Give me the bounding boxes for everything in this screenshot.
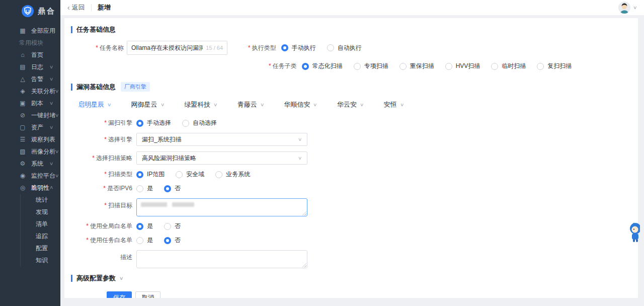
chevron-down-icon: ∨ xyxy=(49,185,54,190)
radio-option[interactable]: 否 xyxy=(164,236,181,245)
radio-option[interactable]: HVV扫描 xyxy=(445,62,480,70)
radio-option[interactable]: 自动选择 xyxy=(182,119,217,127)
sidebar-subitem[interactable]: 知识 xyxy=(21,254,60,266)
sidebar-subitem[interactable]: 配置 xyxy=(21,242,60,254)
user-avatar[interactable] xyxy=(618,2,630,14)
radio-option[interactable]: 安全域 xyxy=(176,170,204,179)
grid-icon: ▦ xyxy=(19,27,26,34)
content: 任务基础信息 任务名称 Ollama存在未授权访问漏洞 15 / 64 执行类型 xyxy=(60,15,644,306)
policy-select-row: 选择扫描策略 高风险漏洞扫描策略 ∨ xyxy=(71,151,628,165)
scan-target-textarea[interactable] xyxy=(136,198,307,216)
sidebar-item[interactable]: △ 告警 ∨ xyxy=(0,73,60,85)
chevron-down-icon: ∨ xyxy=(49,76,54,82)
radio-option[interactable]: 自动执行 xyxy=(327,44,362,52)
page-title: 新增 xyxy=(98,3,111,12)
radio-option[interactable]: 重保扫描 xyxy=(399,62,434,70)
radio-option[interactable]: 复扫扫描 xyxy=(537,62,572,70)
logo-shield-icon xyxy=(21,5,34,18)
chevron-down-icon: ∨ xyxy=(55,149,59,154)
radio-icon xyxy=(136,185,143,192)
chevron-down-icon: ∨ xyxy=(298,156,302,161)
analysis-icon: ◈ xyxy=(19,88,26,95)
radio-option[interactable]: 常态化扫描 xyxy=(302,62,343,70)
radio-option[interactable]: 专项扫描 xyxy=(354,62,388,70)
sidebar-submenu: 统计 发现 清单 追踪 配置 知识 xyxy=(20,194,60,266)
task-name-input[interactable]: Ollama存在未授权访问漏洞 15 / 64 xyxy=(127,41,227,55)
sidebar-item[interactable]: ◎ 脆弱性 ∨ xyxy=(0,182,60,194)
task-name-label: 任务名称 xyxy=(71,44,124,52)
avatar-image xyxy=(618,2,630,14)
subtype-label: 任务子类 xyxy=(269,62,297,70)
back-button[interactable]: ‹ 返回 xyxy=(67,3,85,12)
sidebar-item[interactable]: ◈ 关联分析 ∨ xyxy=(0,85,60,97)
sidebar-item[interactable]: ⚙ 系统 ∨ xyxy=(0,158,60,170)
radio-option[interactable]: 手动选择 xyxy=(136,119,171,127)
chevron-down-icon: ∨ xyxy=(160,102,165,107)
chevron-down-icon: ∨ xyxy=(49,125,54,130)
redacted-content xyxy=(172,202,194,207)
radio-option[interactable]: 业务系统 xyxy=(215,170,250,179)
save-button[interactable]: 保存 xyxy=(107,291,132,298)
mascot-assistant[interactable] xyxy=(628,222,640,243)
sidebar-item[interactable]: ▢ 资产 ∨ xyxy=(0,121,60,133)
radio-option[interactable]: 否 xyxy=(164,222,181,231)
sidebar-item[interactable]: ☰ 观察列表 ∨ xyxy=(0,133,60,145)
vendor-tab[interactable]: 华顺信安 ∨ xyxy=(284,100,317,109)
vendor-tab[interactable]: 青藤云 ∨ xyxy=(237,100,264,109)
sidebar-item[interactable]: ▣ 剧本 ∨ xyxy=(0,97,60,109)
radio-option[interactable]: 手动执行 xyxy=(281,44,316,52)
action-buttons: 保存 取消 xyxy=(107,291,628,298)
description-textarea[interactable] xyxy=(136,250,307,268)
sidebar-item[interactable]: ▧ 画像分析 ∨ xyxy=(0,145,60,158)
engine-select-label: 选择引擎 xyxy=(71,135,132,144)
cancel-button[interactable]: 取消 xyxy=(135,291,160,298)
vendor-tab[interactable]: 安恒 ∨ xyxy=(384,100,404,109)
sidebar-subitem[interactable]: 发现 xyxy=(21,206,60,218)
chevron-down-icon: ∨ xyxy=(360,102,364,107)
radio-option[interactable]: IP范围 xyxy=(136,170,165,179)
radio-icon xyxy=(136,120,143,127)
sidebar-item[interactable]: ⊘ 一键封堵 ∨ xyxy=(0,109,60,121)
vendor-tab[interactable]: 启明星辰 ∨ xyxy=(78,100,111,109)
radio-icon xyxy=(136,171,143,178)
sidebar-item[interactable]: ◉ 监控平台 ∨ xyxy=(0,170,60,182)
image-icon: ▧ xyxy=(19,148,26,155)
global-whitelist-label: 使用全局白名单 xyxy=(71,222,132,231)
radio-icon xyxy=(491,63,498,70)
radio-option[interactable]: 是 xyxy=(136,222,153,231)
radio-option[interactable]: 是 xyxy=(136,184,153,193)
sidebar-item-all-apps[interactable]: ▦ 全部应用 ∨ xyxy=(0,25,60,37)
vuln-icon: ◎ xyxy=(19,184,26,191)
char-counter: 15 / 64 xyxy=(206,45,223,51)
sidebar: 鼎合 ▦ 全部应用 ∨ 常用模块 ⌂ 首页 ∨ ▤ 日志 ∨ △ 告警 xyxy=(0,0,60,306)
vendor-tab[interactable]: 网御星云 ∨ xyxy=(131,100,165,109)
engine-select[interactable]: 漏扫_系统扫描 ∨ xyxy=(136,133,307,146)
global-whitelist-row: 使用全局白名单 是 否 xyxy=(71,222,628,231)
radio-icon xyxy=(537,63,544,70)
chevron-down-icon: ∨ xyxy=(49,101,54,106)
mascot-image xyxy=(628,222,640,243)
radio-option[interactable]: 临时扫描 xyxy=(491,62,526,70)
radio-icon xyxy=(164,223,171,230)
home-icon: ⌂ xyxy=(19,51,26,58)
chevron-down-icon: ∨ xyxy=(260,102,265,107)
chevron-down-icon[interactable]: ∨ xyxy=(633,5,637,10)
sidebar-subitem[interactable]: 统计 xyxy=(21,194,60,206)
radio-option[interactable]: 是 xyxy=(136,236,153,245)
collapse-icon[interactable]: ∨ xyxy=(119,276,124,281)
chevron-down-icon: ∨ xyxy=(213,102,218,107)
policy-select[interactable]: 高风险漏洞扫描策略 ∨ xyxy=(136,151,307,165)
sidebar-subitem[interactable]: 追踪 xyxy=(21,230,60,242)
sidebar-item[interactable]: ⌂ 首页 ∨ xyxy=(0,49,60,61)
task-row-2: 任务子类 常态化扫描 专项扫描 xyxy=(71,62,628,70)
brand[interactable]: 鼎合 xyxy=(0,0,60,21)
redacted-content xyxy=(141,202,167,207)
vendor-tab[interactable]: 绿盟科技 ∨ xyxy=(184,100,217,109)
vendor-tab[interactable]: 华云安 ∨ xyxy=(337,100,364,109)
ipv6-row: 是否IPV6 是 否 xyxy=(71,184,628,193)
sidebar-subitem[interactable]: 清单 xyxy=(21,218,60,230)
radio-option[interactable]: 否 xyxy=(164,184,181,193)
section-vuln-basic: 漏洞基础信息 厂商引擎 xyxy=(71,82,628,92)
sidebar-item[interactable]: ▤ 日志 ∨ xyxy=(0,61,60,73)
exec-type-group: 执行类型 手动执行 自动执行 xyxy=(248,44,362,52)
